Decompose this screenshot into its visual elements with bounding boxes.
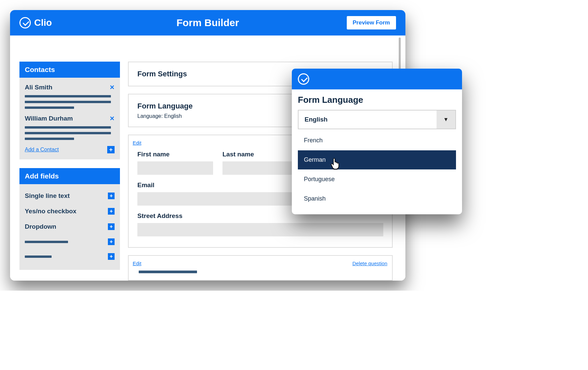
- contact-detail-placeholder: [25, 95, 115, 113]
- plus-icon[interactable]: +: [108, 223, 115, 230]
- language-select[interactable]: English ▼: [298, 110, 456, 129]
- contact-row[interactable]: Ali Smith ✕: [25, 82, 115, 92]
- fields-heading: Add fields: [19, 168, 120, 184]
- contacts-heading: Contacts: [19, 62, 120, 78]
- contact-detail-placeholder: [25, 126, 115, 144]
- delete-question-link[interactable]: Delete question: [352, 261, 387, 266]
- edit-link[interactable]: Edit: [133, 261, 141, 266]
- question-card: Edit Delete question: [128, 255, 393, 281]
- app-header: Clio Form Builder Preview Form: [10, 10, 405, 35]
- contact-name: Ali Smith: [25, 84, 52, 91]
- contact-row[interactable]: William Durham ✕: [25, 113, 115, 123]
- language-option[interactable]: French: [298, 131, 456, 150]
- field-label-email: Email: [137, 181, 298, 189]
- clio-check-icon: [298, 73, 309, 85]
- field-type-item[interactable]: Single line text +: [25, 188, 115, 204]
- popover-header: [292, 69, 462, 89]
- sidebar: Contacts Ali Smith ✕ William Durham ✕: [19, 62, 120, 281]
- field-type-placeholder: [25, 241, 68, 243]
- remove-contact-icon[interactable]: ✕: [110, 84, 115, 91]
- field-type-placeholder: [25, 255, 52, 258]
- field-type-label: Dropdown: [25, 223, 56, 230]
- plus-icon[interactable]: +: [108, 253, 115, 260]
- clio-check-icon: [19, 17, 31, 28]
- street-address-input[interactable]: [137, 223, 383, 236]
- email-input[interactable]: [137, 192, 298, 206]
- contact-name: William Durham: [25, 115, 73, 122]
- question-text-placeholder: [139, 271, 197, 273]
- language-option[interactable]: Spanish: [298, 189, 456, 208]
- cursor-pointer-icon: [331, 158, 341, 169]
- last-name-input[interactable]: [222, 161, 298, 175]
- language-option[interactable]: Portuguese: [298, 169, 456, 189]
- field-type-label: Yes/no checkbox: [25, 208, 76, 215]
- preview-form-button[interactable]: Preview Form: [347, 16, 396, 29]
- popover-title: Form Language: [298, 95, 456, 105]
- first-name-input[interactable]: [137, 161, 213, 175]
- field-label-first-name: First name: [137, 151, 213, 158]
- plus-icon[interactable]: +: [108, 238, 115, 245]
- remove-contact-icon[interactable]: ✕: [110, 115, 115, 122]
- language-popover: Form Language English ▼ FrenchGermanPort…: [292, 69, 462, 214]
- plus-icon[interactable]: +: [107, 146, 115, 153]
- edit-link[interactable]: Edit: [133, 140, 141, 146]
- brand-logo: Clio: [19, 17, 52, 28]
- language-options: FrenchGermanPortugueseSpanish: [298, 131, 456, 208]
- page-title: Form Builder: [177, 17, 239, 28]
- field-type-item[interactable]: Dropdown +: [25, 219, 115, 234]
- plus-icon[interactable]: +: [108, 208, 115, 215]
- brand-name: Clio: [34, 17, 52, 28]
- language-select-value: English: [299, 110, 437, 129]
- language-option[interactable]: German: [298, 150, 456, 169]
- field-type-item[interactable]: +: [25, 234, 115, 249]
- field-label-last-name: Last name: [222, 151, 298, 158]
- field-type-item[interactable]: Yes/no checkbox +: [25, 204, 115, 219]
- field-type-label: Single line text: [25, 192, 70, 200]
- fields-panel: Add fields Single line text + Yes/no che…: [19, 168, 120, 270]
- contacts-panel: Contacts Ali Smith ✕ William Durham ✕: [19, 62, 120, 159]
- field-type-item[interactable]: +: [25, 249, 115, 264]
- add-contact-link[interactable]: Add a Contact: [25, 147, 59, 153]
- plus-icon[interactable]: +: [108, 193, 115, 199]
- chevron-down-icon[interactable]: ▼: [437, 110, 455, 129]
